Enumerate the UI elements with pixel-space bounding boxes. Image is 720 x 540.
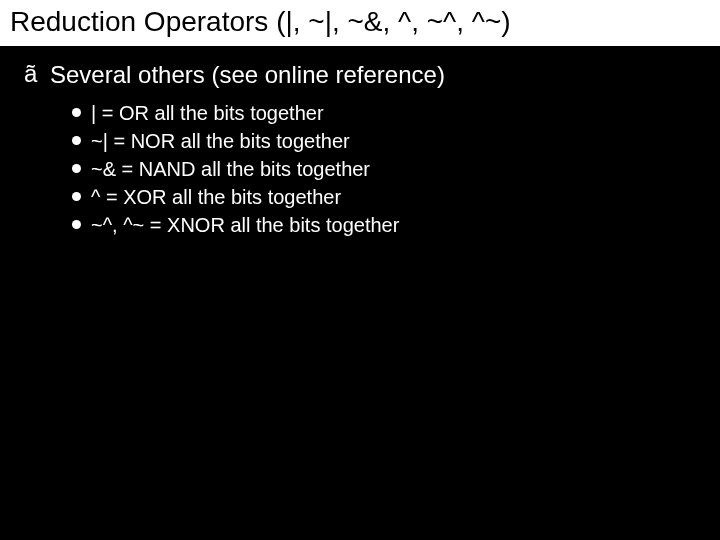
list-item-text: ~& = NAND all the bits together <box>91 156 370 182</box>
list-item: ~^, ^~ = XNOR all the bits together <box>72 212 700 238</box>
bullet-icon <box>72 136 81 145</box>
list-item-text: ~| = NOR all the bits together <box>91 128 350 154</box>
slide-body: ã Several others (see online reference) … <box>0 46 720 238</box>
bullet-icon <box>72 220 81 229</box>
bullet-icon <box>72 192 81 201</box>
list-item-text: ^ = XOR all the bits together <box>91 184 341 210</box>
top-item-text: Several others (see online reference) <box>50 60 445 90</box>
list-item: ^ = XOR all the bits together <box>72 184 700 210</box>
top-bullet-marker: ã <box>24 60 50 89</box>
list-item: | = OR all the bits together <box>72 100 700 126</box>
list-item: ~| = NOR all the bits together <box>72 128 700 154</box>
bullet-icon <box>72 108 81 117</box>
list-item: ~& = NAND all the bits together <box>72 156 700 182</box>
slide-title: Reduction Operators (|, ~|, ~&, ^, ~^, ^… <box>0 0 720 46</box>
list-item-text: ~^, ^~ = XNOR all the bits together <box>91 212 399 238</box>
slide: Reduction Operators (|, ~|, ~&, ^, ~^, ^… <box>0 0 720 540</box>
bullet-icon <box>72 164 81 173</box>
list-item-text: | = OR all the bits together <box>91 100 324 126</box>
sub-list: | = OR all the bits together ~| = NOR al… <box>72 100 700 238</box>
top-list-item: ã Several others (see online reference) <box>24 60 700 90</box>
